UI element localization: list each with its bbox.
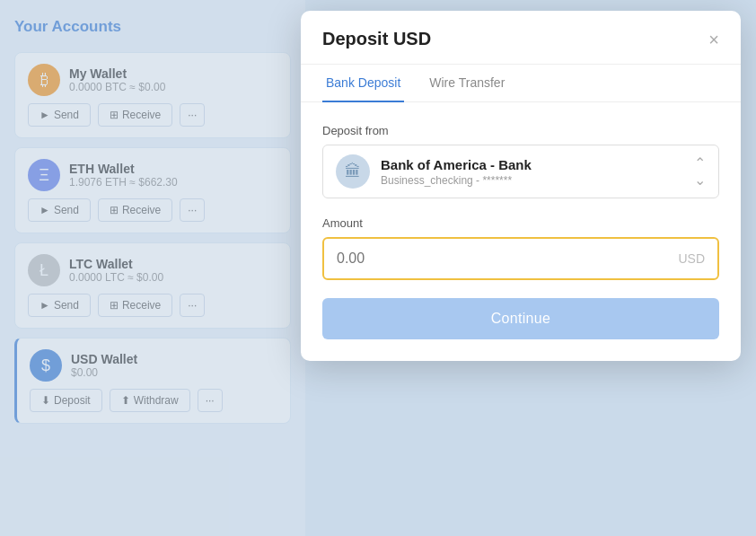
continue-button[interactable]: Continue <box>322 298 719 339</box>
modal-body: Deposit from 🏛 Bank of America - Bank Bu… <box>301 102 741 361</box>
tab-wire-transfer[interactable]: Wire Transfer <box>426 65 508 102</box>
amount-label: Amount <box>322 216 719 230</box>
modal-close-button[interactable]: × <box>708 31 719 48</box>
chevron-updown-icon: ⌃⌄ <box>694 154 706 189</box>
deposit-from-label: Deposit from <box>322 124 719 137</box>
bank-name: Bank of America - Bank <box>381 157 532 172</box>
amount-input[interactable] <box>337 250 678 267</box>
modal-title: Deposit USD <box>322 29 431 49</box>
bank-selector[interactable]: 🏛 Bank of America - Bank Business_checki… <box>322 145 719 198</box>
deposit-modal: Deposit USD × Bank Deposit Wire Transfer… <box>301 11 741 361</box>
bank-icon: 🏛 <box>336 154 370 189</box>
amount-section: Amount USD <box>322 216 719 280</box>
tab-bank-deposit[interactable]: Bank Deposit <box>322 65 404 102</box>
modal-tabs: Bank Deposit Wire Transfer <box>301 65 741 102</box>
amount-currency: USD <box>678 251 705 266</box>
amount-input-wrapper: USD <box>322 237 719 280</box>
modal-header: Deposit USD × <box>301 11 741 65</box>
bank-info: 🏛 Bank of America - Bank Business_checki… <box>336 154 532 189</box>
bank-subtext: Business_checking - ******* <box>381 174 532 187</box>
